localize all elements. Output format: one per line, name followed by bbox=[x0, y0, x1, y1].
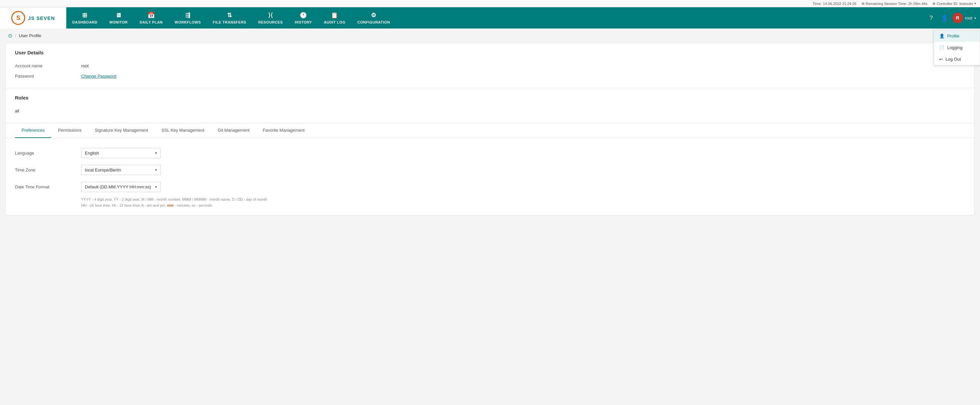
resources-icon: ⟩⟨ bbox=[268, 11, 273, 19]
preferences-section: Language English ▾ Time Zone local Europ… bbox=[6, 138, 974, 215]
controller-chevron-icon: ▾ bbox=[974, 2, 976, 5]
breadcrumb-home-icon[interactable]: ⊙ bbox=[8, 32, 12, 39]
breadcrumb-current: User Profile bbox=[19, 33, 41, 38]
nav-item-label: FILE TRANSFERS bbox=[213, 20, 246, 24]
tab-preferences-label: Preferences bbox=[22, 128, 45, 133]
datetime-format-label: Date Time Format bbox=[15, 185, 81, 190]
nav-logo[interactable]: S JS SEVEN bbox=[0, 7, 66, 29]
dropdown-item-profile[interactable]: 👤 Profile bbox=[934, 30, 980, 42]
breadcrumb: ⊙ / User Profile bbox=[0, 29, 980, 43]
roles-section: Roles all bbox=[6, 88, 974, 123]
user-dropdown: 👤 Profile 📄 Logging ↩ Log Out bbox=[934, 30, 980, 65]
timezone-select[interactable]: local Europe/Berlin ▾ bbox=[81, 165, 161, 175]
dropdown-item-logout[interactable]: ↩ Log Out bbox=[934, 53, 980, 65]
logging-icon: 📄 bbox=[939, 45, 945, 50]
session-dot bbox=[862, 2, 864, 5]
top-bar: Time: 14.06.2022 21:24:26 Remaining Sess… bbox=[0, 0, 980, 7]
nav-item-label: AUDIT LOG bbox=[324, 20, 345, 24]
daily-plan-icon: 📅 bbox=[148, 11, 155, 19]
nav-item-label: HISTORY bbox=[294, 20, 312, 24]
user-settings-icon[interactable]: 👤 bbox=[939, 13, 950, 23]
nav-right: ? 👤 R root ▾ 👤 Profile 📄 Logging ↩ Log O… bbox=[926, 13, 980, 23]
user-initial: R bbox=[956, 15, 959, 21]
datetime-format-select[interactable]: Default (DD.MM.YYYY HH:mm:ss) ▾ bbox=[81, 182, 161, 192]
language-select-value: English bbox=[85, 151, 155, 156]
nav-item-resources[interactable]: ⟩⟨ RESOURCES bbox=[252, 7, 289, 29]
datetime-format-row: Date Time Format Default (DD.MM.YYYY HH:… bbox=[15, 179, 965, 195]
timezone-label: Time Zone bbox=[15, 167, 81, 172]
file-transfers-icon: ⇅ bbox=[227, 11, 232, 19]
controller-value: testsuite bbox=[959, 2, 973, 6]
tab-signature-key-label: Signature Key Management bbox=[95, 128, 148, 133]
roles-value: all bbox=[15, 108, 19, 113]
nav-items: ⊞ DASHBOARD 🖥 MONITOR 📅 DAILY PLAN ⇶ WOR… bbox=[66, 7, 926, 29]
language-select[interactable]: English ▾ bbox=[81, 148, 161, 158]
format-hint-mm: mm bbox=[167, 203, 173, 207]
nav-item-audit-log[interactable]: 📋 AUDIT LOG bbox=[318, 7, 351, 29]
dropdown-label-logout: Log Out bbox=[945, 57, 961, 62]
user-menu-button[interactable]: R root ▾ bbox=[953, 13, 976, 23]
user-avatar: R bbox=[953, 13, 963, 23]
nav-item-label: RESOURCES bbox=[258, 20, 283, 24]
nav-item-label: DAILY PLAN bbox=[140, 20, 163, 24]
audit-log-icon: 📋 bbox=[331, 11, 338, 19]
language-select-chevron-icon: ▾ bbox=[155, 151, 157, 155]
logo-initial: S bbox=[16, 14, 20, 22]
tab-preferences[interactable]: Preferences bbox=[15, 123, 51, 138]
change-password-link[interactable]: Change Password bbox=[81, 73, 116, 79]
history-icon: 🕐 bbox=[300, 11, 307, 19]
nav-item-label: DASHBOARD bbox=[72, 20, 97, 24]
nav-item-label: WORKFLOWS bbox=[175, 20, 201, 24]
session-time-display: Remaining Session Time: 2h 58m 44s bbox=[862, 2, 927, 6]
timezone-select-value: local Europe/Berlin bbox=[85, 167, 155, 172]
controller-display: Controller ID: testsuite ▾ bbox=[932, 2, 976, 6]
main-nav: S JS SEVEN ⊞ DASHBOARD 🖥 MONITOR 📅 DAILY… bbox=[0, 7, 980, 29]
account-name-label: Account name bbox=[15, 63, 81, 69]
timezone-select-chevron-icon: ▾ bbox=[155, 168, 157, 172]
tab-permissions[interactable]: Permissions bbox=[51, 123, 88, 138]
format-hint-line2: HH - 24 hour time, hh - 12 hour time, A … bbox=[81, 202, 965, 209]
nav-item-monitor[interactable]: 🖥 MONITOR bbox=[103, 7, 134, 29]
dropdown-label-logging: Logging bbox=[947, 45, 963, 50]
format-hint-line1: YYYY - 4 digit year, YY - 2 digit year, … bbox=[81, 197, 965, 202]
tab-favorite-management[interactable]: Favorite Management bbox=[256, 123, 311, 138]
nav-item-daily-plan[interactable]: 📅 DAILY PLAN bbox=[134, 7, 169, 29]
monitor-icon: 🖥 bbox=[115, 12, 122, 19]
language-label: Language bbox=[15, 151, 81, 156]
user-chevron-icon: ▾ bbox=[974, 16, 976, 20]
nav-item-configuration[interactable]: ⚙ CONFIGURATION bbox=[351, 7, 396, 29]
tab-favorite-management-label: Favorite Management bbox=[263, 128, 305, 133]
tab-ssl-key-label: SSL Key Management bbox=[161, 128, 205, 133]
nav-item-dashboard[interactable]: ⊞ DASHBOARD bbox=[66, 7, 103, 29]
time-value: 14.06.2022 21:24:26 bbox=[823, 2, 856, 6]
breadcrumb-separator: / bbox=[15, 33, 16, 38]
tab-git-management[interactable]: Git Management bbox=[211, 123, 256, 138]
password-row: Password Change Password bbox=[15, 71, 965, 81]
nav-item-file-transfers[interactable]: ⇅ FILE TRANSFERS bbox=[207, 7, 252, 29]
tab-ssl-key[interactable]: SSL Key Management bbox=[155, 123, 211, 138]
nav-item-history[interactable]: 🕐 HISTORY bbox=[289, 7, 318, 29]
help-button[interactable]: ? bbox=[926, 13, 937, 23]
datetime-format-chevron-icon: ▾ bbox=[155, 185, 157, 189]
dashboard-icon: ⊞ bbox=[82, 11, 88, 19]
session-label: Remaining Session Time: bbox=[865, 2, 907, 6]
roles-row: all bbox=[15, 106, 965, 116]
user-name: root bbox=[965, 16, 972, 21]
logout-icon: ↩ bbox=[939, 57, 943, 62]
controller-label: Controller ID: bbox=[937, 2, 958, 6]
time-label: Time: bbox=[813, 2, 822, 6]
profile-icon: 👤 bbox=[939, 33, 945, 38]
time-display: Time: 14.06.2022 21:24:26 bbox=[813, 2, 856, 6]
tab-permissions-label: Permissions bbox=[58, 128, 81, 133]
format-hint: YYYY - 4 digit year, YY - 2 digit year, … bbox=[81, 197, 965, 208]
nav-item-workflows[interactable]: ⇶ WORKFLOWS bbox=[169, 7, 207, 29]
timezone-row: Time Zone local Europe/Berlin ▾ bbox=[15, 161, 965, 179]
session-value: 2h 58m 44s bbox=[908, 2, 927, 6]
datetime-format-select-value: Default (DD.MM.YYYY HH:mm:ss) bbox=[85, 185, 155, 190]
user-details-title: User Details bbox=[15, 50, 965, 56]
main-content: User Details Account name root Password … bbox=[5, 43, 975, 215]
account-name-row: Account name root bbox=[15, 61, 965, 71]
tab-signature-key[interactable]: Signature Key Management bbox=[88, 123, 155, 138]
tab-git-management-label: Git Management bbox=[218, 128, 250, 133]
dropdown-item-logging[interactable]: 📄 Logging bbox=[934, 42, 980, 53]
